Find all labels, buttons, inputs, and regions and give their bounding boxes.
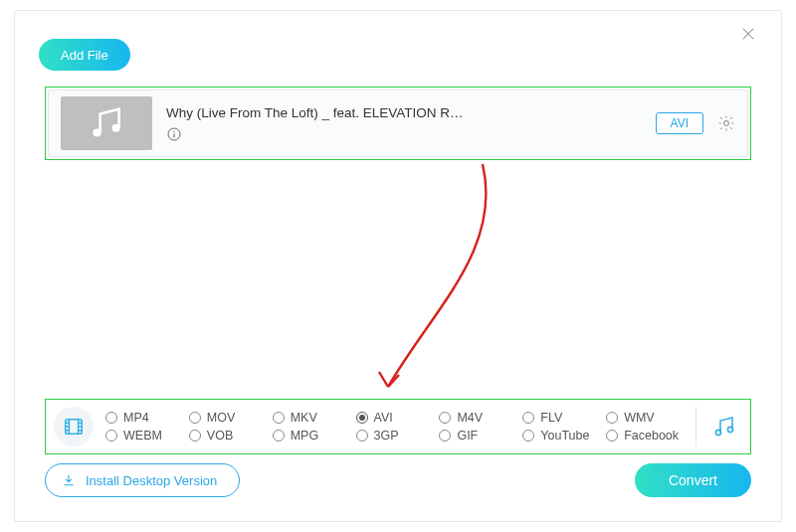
radio-dot-icon xyxy=(356,430,368,442)
formats-panel-highlight: MP4MOVMKVAVIM4VFLVWMVWEBMVOBMPG3GPGIFYou… xyxy=(45,399,751,454)
format-option-flv[interactable]: FLV xyxy=(522,411,602,425)
svg-point-3 xyxy=(173,130,174,131)
music-note-icon xyxy=(88,104,125,142)
format-option-mov[interactable]: MOV xyxy=(189,411,269,425)
radio-dot-icon xyxy=(606,412,618,424)
format-label: MOV xyxy=(207,411,235,425)
format-option-avi[interactable]: AVI xyxy=(356,411,436,425)
radio-dot-icon xyxy=(356,412,368,424)
radio-dot-icon xyxy=(439,412,451,424)
format-label: AVI xyxy=(374,411,393,425)
format-label: WEBM xyxy=(123,429,162,443)
format-label: MPG xyxy=(291,429,318,443)
separator xyxy=(696,407,696,446)
format-label: M4V xyxy=(457,411,483,425)
format-option-mkv[interactable]: MKV xyxy=(273,411,352,425)
radio-dot-icon xyxy=(189,430,201,442)
radio-dot-icon xyxy=(189,412,201,424)
radio-dot-icon xyxy=(606,430,618,442)
format-option-webm[interactable]: WEBM xyxy=(105,429,185,443)
format-label: 3GP xyxy=(374,429,399,443)
file-title: Why (Live From The Loft) _ feat. ELEVATI… xyxy=(166,105,656,120)
install-desktop-button[interactable]: Install Desktop Version xyxy=(45,463,240,497)
format-label: FLV xyxy=(540,411,562,425)
format-label: MKV xyxy=(291,411,317,425)
gear-icon[interactable] xyxy=(717,114,735,132)
video-tab[interactable] xyxy=(54,407,94,446)
svg-point-1 xyxy=(111,124,119,132)
formats-panel: MP4MOVMKVAVIM4VFLVWMVWEBMVOBMPG3GPGIFYou… xyxy=(48,402,748,451)
format-grid: MP4MOVMKVAVIM4VFLVWMVWEBMVOBMPG3GPGIFYou… xyxy=(105,411,686,443)
format-option-wmv[interactable]: WMV xyxy=(606,411,686,425)
svg-point-7 xyxy=(727,427,732,432)
format-label: VOB xyxy=(207,429,233,443)
radio-dot-icon xyxy=(273,430,285,442)
app-window: Add File Why (Live From The Loft) _ feat… xyxy=(14,10,782,522)
file-meta: Why (Live From The Loft) _ feat. ELEVATI… xyxy=(166,105,656,142)
format-option-gif[interactable]: GIF xyxy=(439,429,518,443)
output-format-badge[interactable]: AVI xyxy=(656,112,703,134)
file-thumbnail[interactable] xyxy=(61,96,152,150)
audio-tab[interactable] xyxy=(706,409,742,444)
convert-button[interactable]: Convert xyxy=(635,463,751,497)
add-file-button[interactable]: Add File xyxy=(39,39,130,71)
footer-left: Install Desktop Version xyxy=(45,463,240,497)
file-row: Why (Live From The Loft) _ feat. ELEVATI… xyxy=(48,89,748,157)
format-option-mpg[interactable]: MPG xyxy=(273,429,352,443)
svg-point-4 xyxy=(724,121,729,126)
format-option-facebook[interactable]: Facebook xyxy=(606,429,686,443)
format-option-vob[interactable]: VOB xyxy=(189,429,269,443)
format-label: YouTube xyxy=(540,429,589,443)
annotation-arrow xyxy=(264,160,562,409)
radio-dot-icon xyxy=(273,412,285,424)
format-option-mp4[interactable]: MP4 xyxy=(105,411,185,425)
info-icon[interactable] xyxy=(166,126,182,142)
format-option-3gp[interactable]: 3GP xyxy=(356,429,436,443)
svg-point-6 xyxy=(715,430,720,435)
close-button[interactable] xyxy=(739,25,763,49)
format-label: MP4 xyxy=(123,411,149,425)
install-desktop-label: Install Desktop Version xyxy=(86,473,217,488)
radio-dot-icon xyxy=(105,430,117,442)
file-row-highlight: Why (Live From The Loft) _ feat. ELEVATI… xyxy=(45,87,751,160)
format-option-youtube[interactable]: YouTube xyxy=(522,429,602,443)
download-icon xyxy=(62,473,76,487)
format-label: WMV xyxy=(624,411,655,425)
format-label: GIF xyxy=(457,429,478,443)
format-label: Facebook xyxy=(624,429,679,443)
radio-dot-icon xyxy=(439,430,451,442)
format-option-m4v[interactable]: M4V xyxy=(439,411,518,425)
radio-dot-icon xyxy=(105,412,117,424)
radio-dot-icon xyxy=(522,430,534,442)
svg-point-0 xyxy=(93,128,100,136)
film-icon xyxy=(63,416,85,438)
close-icon xyxy=(739,25,757,43)
radio-dot-icon xyxy=(522,412,534,424)
music-icon xyxy=(712,415,736,439)
